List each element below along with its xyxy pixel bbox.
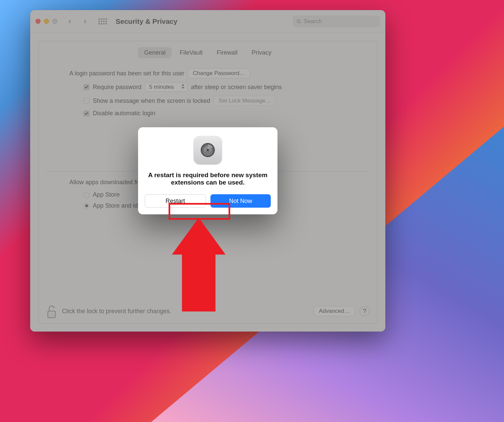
show-all-prefs-button[interactable] bbox=[97, 16, 108, 27]
tab-bar: General FileVault Firewall Privacy bbox=[46, 47, 370, 58]
show-lock-message-checkbox[interactable] bbox=[83, 98, 89, 104]
restart-button[interactable]: Restart bbox=[145, 194, 206, 208]
allow-app-store-radio[interactable] bbox=[83, 192, 89, 198]
allow-app-store-label: App Store bbox=[93, 191, 120, 198]
not-now-button[interactable]: Not Now bbox=[210, 194, 271, 208]
minimize-window-button[interactable] bbox=[44, 19, 49, 24]
chevron-right-icon bbox=[82, 19, 88, 24]
select-updown-icon bbox=[181, 84, 185, 90]
allow-apps-label: Allow apps downloaded from: bbox=[69, 179, 148, 186]
require-password-label-post: after sleep or screen saver begins bbox=[191, 84, 282, 91]
preferences-window: Security & Privacy General FileVault Fir… bbox=[30, 10, 385, 332]
checkmark-icon bbox=[84, 85, 88, 89]
svg-line-1 bbox=[300, 22, 301, 23]
search-field[interactable] bbox=[293, 16, 380, 27]
window-controls bbox=[36, 19, 60, 24]
tab-filevault[interactable]: FileVault bbox=[174, 47, 209, 58]
svg-point-0 bbox=[297, 20, 300, 22]
zoom-window-button[interactable] bbox=[52, 19, 57, 24]
tab-privacy[interactable]: Privacy bbox=[246, 47, 277, 58]
require-password-delay-select[interactable]: 5 minutes bbox=[145, 82, 188, 92]
disable-auto-login-checkbox[interactable] bbox=[83, 111, 89, 117]
allow-identified-devs-radio[interactable] bbox=[83, 203, 89, 209]
search-icon bbox=[296, 19, 301, 24]
forward-button[interactable] bbox=[79, 16, 91, 27]
restart-dialog: A restart is required before new system … bbox=[138, 127, 277, 214]
close-window-button[interactable] bbox=[36, 19, 41, 24]
set-lock-message-button[interactable]: Set Lock Message… bbox=[213, 96, 276, 106]
tab-general[interactable]: General bbox=[138, 47, 172, 58]
lock-icon[interactable] bbox=[46, 304, 57, 318]
change-password-button[interactable]: Change Password… bbox=[188, 68, 250, 78]
show-lock-message-label: Show a message when the screen is locked bbox=[93, 97, 210, 104]
tab-firewall[interactable]: Firewall bbox=[211, 47, 244, 58]
help-button[interactable]: ? bbox=[360, 306, 370, 316]
svg-point-13 bbox=[207, 149, 209, 151]
disable-auto-login-label: Disable automatic login bbox=[93, 110, 155, 117]
advanced-button[interactable]: Advanced… bbox=[314, 306, 355, 316]
login-password-label: A login password has been set for this u… bbox=[69, 70, 184, 77]
back-button[interactable] bbox=[64, 16, 75, 27]
search-input[interactable] bbox=[304, 18, 377, 25]
chevron-left-icon bbox=[67, 19, 72, 24]
window-title: Security & Privacy bbox=[116, 17, 177, 25]
system-preferences-icon bbox=[194, 136, 222, 164]
dialog-message: A restart is required before new system … bbox=[145, 171, 271, 186]
require-password-label-pre: Require password bbox=[93, 84, 141, 91]
lock-hint-label: Click the lock to prevent further change… bbox=[62, 308, 309, 315]
require-password-delay-value: 5 minutes bbox=[149, 84, 174, 90]
window-toolbar: Security & Privacy bbox=[30, 10, 385, 33]
checkmark-icon bbox=[84, 112, 88, 116]
require-password-checkbox[interactable] bbox=[83, 84, 89, 90]
